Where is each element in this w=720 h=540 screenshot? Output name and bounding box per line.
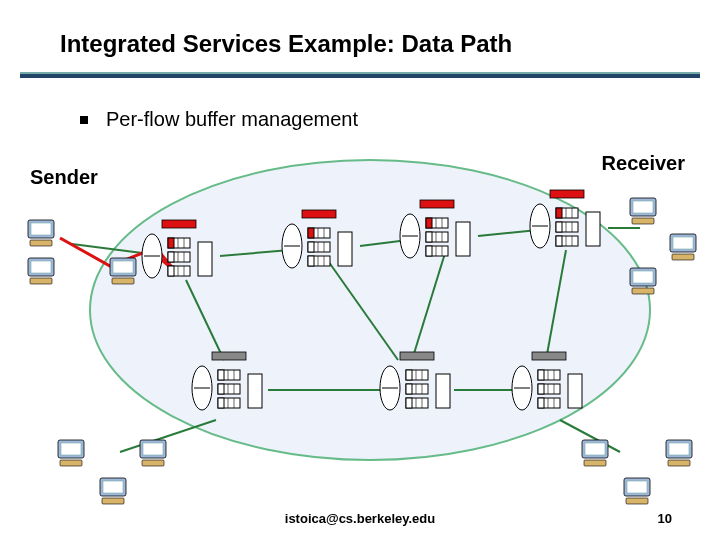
svg-rect-40: [426, 232, 432, 242]
page-number: 10: [658, 511, 672, 526]
host-computer: [630, 268, 656, 294]
svg-rect-123: [632, 218, 654, 224]
svg-rect-140: [585, 443, 605, 455]
svg-rect-8: [168, 252, 174, 262]
svg-rect-119: [113, 261, 133, 273]
svg-rect-135: [102, 498, 124, 504]
svg-rect-76: [218, 398, 224, 408]
cloud: [90, 160, 650, 460]
svg-rect-132: [60, 460, 82, 466]
svg-rect-64: [212, 352, 246, 360]
svg-rect-125: [673, 237, 693, 249]
svg-rect-143: [627, 481, 647, 493]
link: [120, 420, 216, 452]
svg-rect-36: [426, 218, 432, 228]
svg-rect-100: [538, 370, 544, 380]
footer-email: istoica@cs.berkeley.edu: [0, 511, 720, 526]
svg-rect-31: [338, 232, 352, 266]
host-computer: [140, 440, 166, 466]
svg-rect-32: [420, 200, 454, 208]
svg-rect-138: [142, 460, 164, 466]
svg-rect-88: [406, 384, 412, 394]
svg-rect-108: [538, 398, 544, 408]
svg-rect-84: [406, 370, 412, 380]
host-computer: [666, 440, 692, 466]
svg-rect-56: [556, 222, 562, 232]
host-computer: [58, 440, 84, 466]
svg-rect-80: [400, 352, 434, 360]
svg-rect-120: [112, 278, 134, 284]
svg-rect-68: [218, 370, 224, 380]
svg-rect-116: [31, 261, 51, 273]
svg-rect-52: [556, 208, 562, 218]
svg-rect-72: [218, 384, 224, 394]
svg-rect-95: [436, 374, 450, 408]
svg-rect-128: [633, 271, 653, 283]
svg-rect-144: [626, 498, 648, 504]
svg-rect-0: [162, 220, 196, 228]
svg-rect-114: [30, 240, 52, 246]
svg-rect-141: [584, 460, 606, 466]
svg-rect-60: [556, 236, 562, 246]
svg-rect-104: [538, 384, 544, 394]
svg-rect-147: [668, 460, 690, 466]
host-computer: [28, 258, 54, 284]
host-computer: [624, 478, 650, 504]
host-computer: [630, 198, 656, 224]
svg-rect-129: [632, 288, 654, 294]
svg-rect-63: [586, 212, 600, 246]
svg-rect-131: [61, 443, 81, 455]
svg-rect-117: [30, 278, 52, 284]
svg-rect-126: [672, 254, 694, 260]
host-computer: [110, 258, 136, 284]
host-computer: [582, 440, 608, 466]
host-computer: [28, 220, 54, 246]
svg-rect-137: [143, 443, 163, 455]
svg-rect-113: [31, 223, 51, 235]
svg-rect-24: [308, 242, 314, 252]
svg-rect-146: [669, 443, 689, 455]
svg-rect-79: [248, 374, 262, 408]
svg-rect-4: [168, 238, 174, 248]
svg-rect-48: [550, 190, 584, 198]
svg-rect-44: [426, 246, 432, 256]
svg-rect-111: [568, 374, 582, 408]
svg-rect-96: [532, 352, 566, 360]
svg-rect-134: [103, 481, 123, 493]
svg-rect-28: [308, 256, 314, 266]
svg-rect-16: [302, 210, 336, 218]
svg-rect-12: [168, 266, 174, 276]
svg-rect-15: [198, 242, 212, 276]
network-diagram: [0, 0, 720, 540]
svg-rect-122: [633, 201, 653, 213]
host-computer: [100, 478, 126, 504]
svg-rect-20: [308, 228, 314, 238]
svg-rect-92: [406, 398, 412, 408]
svg-rect-47: [456, 222, 470, 256]
host-computer: [670, 234, 696, 260]
